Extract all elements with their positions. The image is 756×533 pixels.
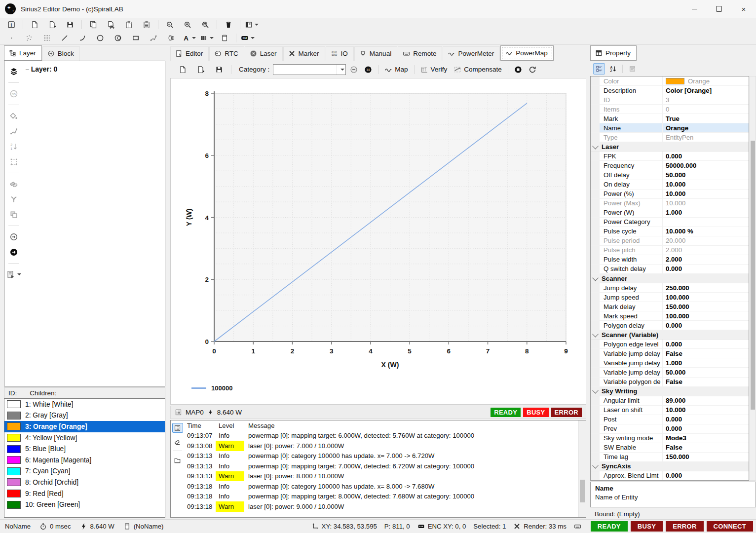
property-row[interactable]: Sky writing mode Mode3 [591,434,749,443]
property-row[interactable]: Pulse cycle 10.000 % [591,227,749,236]
file-button[interactable] [26,19,43,31]
log-row[interactable]: 09:13:07 Info powermap [0]: mapping targ… [184,431,578,441]
ctrl-key-button[interactable]: Ctrl [239,32,256,44]
property-row[interactable]: Polygon delay 0.000 [591,321,749,330]
property-value[interactable]: 10.000 [663,406,749,415]
log-row[interactable]: 09:13:08 Warn laser [0]: power: 7.000 / … [184,441,578,451]
map-button[interactable]: Map [382,63,410,76]
file-button[interactable] [174,64,191,76]
pen-list-item[interactable]: 6: Magenta [Magenta] [4,455,165,466]
compensate-button[interactable]: Compensate [451,63,504,76]
property-row[interactable]: Power Category [591,218,749,227]
trash-button[interactable] [220,19,237,31]
property-row[interactable]: SW Enable False [591,443,749,453]
circle-button[interactable] [92,32,109,44]
property-value[interactable]: 150.000 [663,453,749,461]
polyline-gray-button[interactable] [8,126,20,137]
tab-manual[interactable]: Manual [354,46,397,61]
branch-button[interactable] [8,194,20,205]
log-col-time[interactable]: Time [184,422,216,429]
scatter-dots-button[interactable] [21,32,38,44]
tab-io[interactable]: 01011010IO [326,46,354,61]
log-list-button[interactable] [172,423,183,433]
minimize-button[interactable] [682,0,707,18]
grid-dots-button[interactable] [38,32,55,44]
property-value[interactable]: 0 [663,105,749,114]
arc-button[interactable] [74,32,91,44]
panel-play-button[interactable] [8,269,20,280]
property-row[interactable]: Variable polygon de False [591,378,749,387]
property-value[interactable]: 0.000 [663,321,749,330]
property-value[interactable]: 0.000 [663,152,749,160]
tab-block[interactable]: Block [42,46,80,61]
layer-tree-root[interactable]: Layer: 0 [31,65,58,73]
property-row[interactable]: Angular limit 89.000 [591,396,749,406]
property-category[interactable]: Scanner (Variable) [591,330,749,340]
pen-list-item[interactable]: 10: Green [Green] [4,499,165,510]
property-pages-button[interactable] [626,63,638,75]
cut-button[interactable] [103,19,119,31]
property-row[interactable]: Power (W) 1.000 [591,208,749,218]
property-value[interactable]: True [663,114,749,123]
chevron-down-icon[interactable] [592,331,599,338]
property-value[interactable]: 10.000 % [663,227,749,236]
info-button[interactable]: i [3,19,20,31]
property-value[interactable] [663,218,749,227]
property-value[interactable]: Color [Orange] [663,86,749,95]
pie-button[interactable] [110,32,126,44]
close-button[interactable]: × [731,0,756,18]
property-row[interactable]: Type EntityPen [591,133,749,142]
tab-layer[interactable]: Layer [4,45,42,61]
property-row[interactable]: Mark speed 100.000 [591,311,749,321]
property-value[interactable]: 1.000 [663,208,749,217]
tab-marker[interactable]: Marker [283,46,325,61]
property-value[interactable]: EntityPen [663,133,749,142]
property-value[interactable]: 50.000 [663,170,749,179]
property-value[interactable]: False [663,443,749,452]
zoom-select-button[interactable] [197,19,214,31]
minus-circle-button[interactable] [347,63,360,76]
property-value[interactable]: 3 [663,95,749,104]
chevron-down-icon[interactable] [592,143,599,150]
pen-list-item[interactable]: 8: Orchid [Orchid] [4,477,165,488]
categorized-button[interactable] [593,63,605,75]
property-value[interactable]: Orange [663,76,749,85]
pen-list-item[interactable]: 3: Orange [Orange] [4,421,165,432]
log-row[interactable]: 09:13:13 Info powermap [0]: mapping targ… [184,461,578,471]
tab-property[interactable]: Property [590,45,637,61]
property-value[interactable]: 1.000 [663,358,749,367]
clipboard-list-button[interactable] [138,19,155,31]
property-value[interactable]: Orange [663,123,749,132]
tab-remote[interactable]: Remote [398,46,442,61]
circle-arrow-filled-button[interactable] [8,247,20,258]
log-row[interactable]: 09:13:13 Info powermap [0]: category 100… [184,451,578,461]
property-row[interactable]: Name Orange [591,123,749,133]
pen-list-item[interactable]: 4: Yellow [Yellow] [4,432,165,444]
save-button[interactable] [211,64,227,76]
stop-circle-button[interactable] [512,63,525,76]
property-row[interactable]: Mark True [591,114,749,123]
property-value[interactable]: 100.000 [663,311,749,320]
property-row[interactable]: Jump speed 100.000 [591,293,749,302]
property-category[interactable]: Laser [591,142,749,152]
sort-21-button[interactable]: 21 [8,141,20,152]
zoom-in-button[interactable] [179,19,196,31]
property-row[interactable]: Variable jump delay 1.000 [591,358,749,368]
file-plus-button[interactable] [44,19,61,31]
property-value[interactable]: 0.000 [663,471,749,480]
property-value[interactable]: 10.000 [663,180,749,189]
property-value[interactable]: False [663,378,749,386]
log-row[interactable]: 09:13:18 Info powermap [0]: mapping targ… [184,492,578,502]
file-plus-button[interactable] [192,64,209,76]
log-row[interactable]: 09:13:18 Info powermap [0]: category 100… [184,481,578,492]
property-row[interactable]: Color Orange [591,76,749,86]
property-row[interactable]: Frequency 50000.000 [591,161,749,170]
pen-list-item[interactable]: 9: Red [Red] [4,488,165,499]
property-row[interactable]: Items 0 [591,105,749,114]
log-scrollbar[interactable] [578,420,586,517]
maximize-button[interactable] [707,0,731,18]
property-row[interactable]: Jump delay 250.000 [591,283,749,293]
chevron-down-icon[interactable] [592,387,599,394]
property-value[interactable]: 250.000 [663,283,749,292]
property-value[interactable]: 150.000 [663,302,749,311]
